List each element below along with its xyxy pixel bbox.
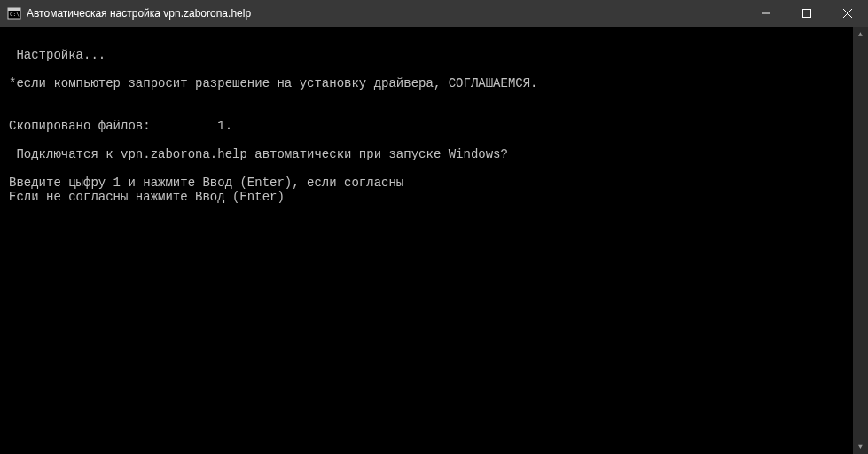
console-line: Введите цыфру 1 и нажмите Ввод (Enter), … [9, 176, 859, 190]
svg-text:C:\: C:\ [10, 11, 20, 17]
maximize-button[interactable] [786, 0, 827, 27]
scroll-down-button[interactable]: ▼ [853, 439, 868, 454]
close-button[interactable] [827, 0, 868, 27]
scroll-up-button[interactable]: ▲ [853, 27, 868, 42]
console-line: Скопировано файлов: 1. [9, 119, 859, 133]
console-output[interactable]: Настройка... *если компьютер запросит ра… [0, 27, 868, 454]
window-title: Автоматическая настройка vpn.zaborona.he… [27, 7, 746, 20]
console-line: Если не согласны нажмите Ввод (Enter) [9, 190, 859, 204]
scrollbar[interactable]: ▲ ▼ [853, 27, 868, 454]
console-line [9, 105, 859, 119]
console-line [9, 34, 859, 48]
console-line [9, 161, 859, 176]
console-line [9, 90, 859, 105]
svg-rect-4 [803, 10, 811, 18]
console-line: Настройка... [9, 48, 859, 62]
console-window: C:\ Автоматическая настройка vpn.zaboron… [0, 0, 868, 454]
console-line: Подключатся к vpn.zaborona.help автомати… [9, 147, 859, 161]
titlebar[interactable]: C:\ Автоматическая настройка vpn.zaboron… [0, 0, 868, 27]
minimize-button[interactable] [746, 0, 786, 27]
cmd-icon: C:\ [7, 6, 21, 20]
window-controls [746, 0, 868, 27]
console-line [9, 62, 859, 76]
console-line: *если компьютер запросит разрешение на у… [9, 76, 859, 90]
console-line [9, 133, 859, 147]
